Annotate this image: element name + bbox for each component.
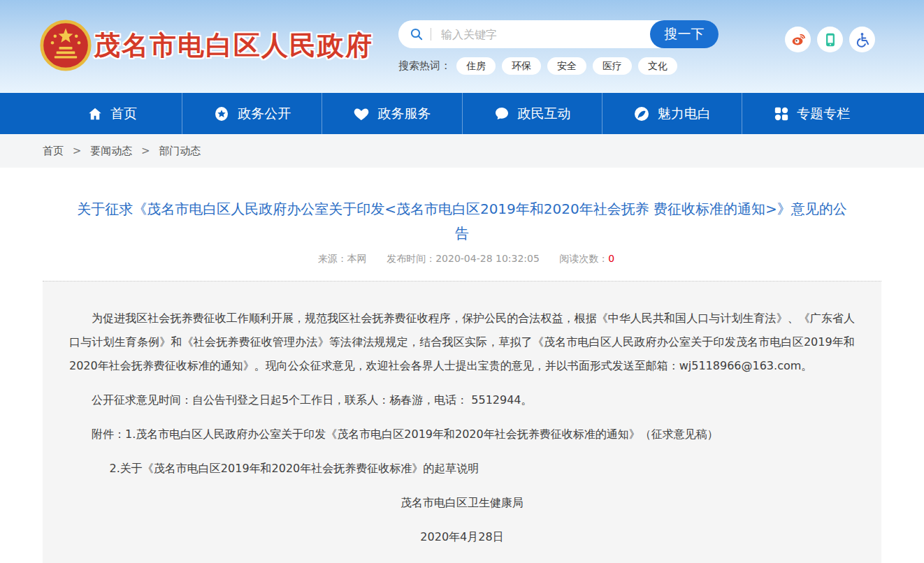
nav-item-interaction[interactable]: 政民互动 — [462, 93, 602, 134]
nav-label: 魅力电白 — [658, 105, 711, 123]
article-paragraph-attachment-1: 附件：1.茂名市电白区人民政府办公室关于印发《茂名市电白区2019年和2020年… — [69, 423, 855, 446]
search-bar: 搜一下 — [398, 20, 719, 48]
article: 关于征求《茂名市电白区人民政府办公室关于印发<茂名市电白区2019年和2020年… — [0, 197, 924, 563]
meta-source: 来源：本网 — [318, 253, 367, 264]
nav-item-special-columns[interactable]: 专题专栏 — [742, 93, 881, 134]
chat-bubble-icon — [493, 105, 510, 122]
search-icon — [410, 27, 424, 41]
compass-circle-icon — [633, 105, 650, 122]
mobile-icon — [823, 32, 838, 47]
article-date: 2020年4月28日 — [69, 525, 855, 549]
nav-label: 政民互动 — [518, 105, 571, 123]
breadcrumb-news[interactable]: 要闻动态 — [90, 145, 132, 157]
article-paragraph: 公开征求意见时间：自公告刊登之日起5个工作日，联系人：杨春游，电话： 55129… — [69, 388, 855, 412]
nav-label: 首页 — [110, 105, 137, 123]
hot-keyword-culture[interactable]: 文化 — [638, 57, 677, 75]
article-paragraph: 为促进我区社会抚养费征收工作顺利开展，规范我区社会抚养费征收程序，保护公民的合法… — [69, 307, 855, 378]
meta-publish-time: 发布时间：2020-04-28 10:32:05 — [387, 253, 540, 264]
meta-views-value: 0 — [608, 253, 614, 264]
site-header: 茂名市电白区人民政府 搜一下 搜索热词： 住房 环保 安全 医疗 文化 — [0, 0, 924, 93]
nav-item-home[interactable]: 首页 — [43, 93, 182, 134]
hot-keyword-safety[interactable]: 安全 — [547, 57, 586, 75]
breadcrumb: 首页 > 要闻动态 > 部门动态 — [43, 134, 881, 168]
search-divider — [431, 28, 431, 41]
mobile-version-link[interactable] — [817, 27, 843, 52]
breadcrumb-strip: 首页 > 要闻动态 > 部门动态 — [0, 134, 924, 168]
home-icon — [87, 106, 103, 122]
nav-item-gov-services[interactable]: 政务服务 — [322, 93, 461, 134]
article-meta: 来源：本网 发布时间：2020-04-28 10:32:05 阅读次数：0 — [0, 253, 924, 267]
site-title: 茂名市电白区人民政府 — [94, 28, 373, 64]
article-signature: 茂名市电白区卫生健康局 — [69, 491, 855, 515]
grid-icon — [774, 106, 789, 122]
nav-label: 政务公开 — [238, 105, 291, 123]
breadcrumb-separator: > — [73, 145, 82, 157]
search-button[interactable]: 搜一下 — [650, 20, 719, 48]
hot-keyword-medical[interactable]: 医疗 — [593, 57, 632, 75]
meta-views-label: 阅读次数： — [559, 253, 608, 264]
article-title: 关于征求《茂名市电白区人民政府办公室关于印发<茂名市电白区2019年和2020年… — [71, 197, 853, 246]
nav-label: 专题专栏 — [797, 105, 850, 123]
accessibility-link[interactable] — [849, 27, 875, 52]
heart-icon — [353, 105, 370, 122]
article-paragraph-attachment-2: 2.关于《茂名市电白区2019年和2020年社会抚养费征收标准》的起草说明 — [69, 457, 855, 481]
quick-links — [785, 27, 875, 52]
hot-keywords-label: 搜索热词： — [398, 59, 451, 73]
breadcrumb-home[interactable]: 首页 — [43, 145, 64, 157]
weibo-link[interactable] — [785, 27, 811, 52]
search-input[interactable] — [440, 20, 642, 48]
hot-keyword-environment[interactable]: 环保 — [502, 57, 541, 75]
nav-item-gov-info[interactable]: 政务公开 — [182, 93, 322, 134]
nav-label: 政务服务 — [377, 105, 431, 123]
breadcrumb-department-news[interactable]: 部门动态 — [159, 145, 201, 157]
main-nav: 首页 政务公开 政务服务 政民互动 魅力电白 — [0, 93, 924, 134]
national-emblem-logo — [39, 19, 92, 72]
accessibility-icon — [854, 31, 871, 48]
nav-item-charm-dianbai[interactable]: 魅力电白 — [602, 93, 742, 134]
star-circle-icon — [213, 105, 230, 122]
hot-keyword-housing[interactable]: 住房 — [456, 57, 496, 75]
article-content-box: 为促进我区社会抚养费征收工作顺利开展，规范我区社会抚养费征收程序，保护公民的合法… — [43, 281, 881, 563]
hot-keywords-row: 搜索热词： 住房 环保 安全 医疗 文化 — [398, 57, 684, 75]
breadcrumb-separator: > — [141, 145, 150, 157]
weibo-icon — [790, 31, 807, 48]
